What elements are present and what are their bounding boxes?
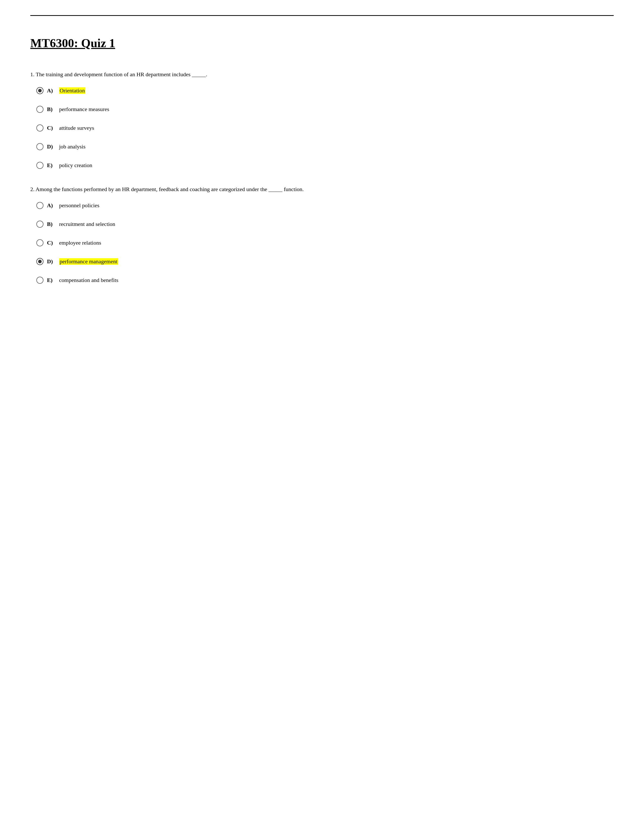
option-text-q1d: job analysis [59,143,85,150]
option-label-q2d: D) [47,258,57,265]
option-label-q2b: B) [47,221,57,227]
questions-container: 1. The training and development function… [30,70,614,285]
radio-q1e[interactable] [35,161,45,170]
radio-q1a[interactable] [35,86,45,95]
option-label-q1b: B) [47,106,57,113]
top-border [30,15,614,16]
option-text-q2a: personnel policies [59,202,99,209]
option-label-q1c: C) [47,125,57,131]
option-label-q2e: E) [47,277,57,283]
radio-q2b[interactable] [35,220,45,229]
answer-option-q2-2[interactable]: C)employee relations [30,238,614,248]
answer-option-q1-4[interactable]: E)policy creation [30,161,614,170]
option-label-q1d: D) [47,143,57,150]
option-text-q1b: performance measures [59,106,109,113]
option-text-q2c: employee relations [59,240,101,246]
answer-option-q2-0[interactable]: A)personnel policies [30,201,614,210]
answer-option-q2-3[interactable]: D)performance management [30,257,614,266]
answer-option-q2-4[interactable]: E)compensation and benefits [30,276,614,285]
answer-option-q1-2[interactable]: C)attitude surveys [30,124,614,132]
question-1-text: 1. The training and development function… [30,70,586,79]
radio-q2a[interactable] [35,201,45,210]
option-text-q2b: recruitment and selection [59,221,115,227]
page-container: MT6300: Quiz 1 1. The training and devel… [0,0,644,833]
radio-q1d[interactable] [35,142,45,151]
page-title: MT6300: Quiz 1 [30,36,614,50]
radio-q2d[interactable] [35,257,45,266]
radio-q2c[interactable] [35,238,45,248]
option-text-q2d: performance management [59,258,118,265]
answer-option-q2-1[interactable]: B)recruitment and selection [30,220,614,229]
radio-q1b[interactable] [35,105,45,114]
option-text-q1c: attitude surveys [59,125,94,131]
answer-option-q1-0[interactable]: A)Orientation [30,86,614,95]
option-text-q2e: compensation and benefits [59,277,118,283]
radio-q1c[interactable] [35,124,45,132]
answer-option-q1-3[interactable]: D)job analysis [30,142,614,151]
option-label-q2a: A) [47,202,57,209]
option-label-q1e: E) [47,162,57,169]
radio-q2e[interactable] [35,276,45,285]
question-2: 2. Among the functions performed by an H… [30,185,614,285]
option-label-q2c: C) [47,240,57,246]
option-label-q1a: A) [47,87,57,94]
answer-option-q1-1[interactable]: B)performance measures [30,105,614,114]
question-1: 1. The training and development function… [30,70,614,170]
option-text-q1e: policy creation [59,162,92,169]
option-text-q1a: Orientation [59,87,85,94]
question-2-text: 2. Among the functions performed by an H… [30,185,586,193]
